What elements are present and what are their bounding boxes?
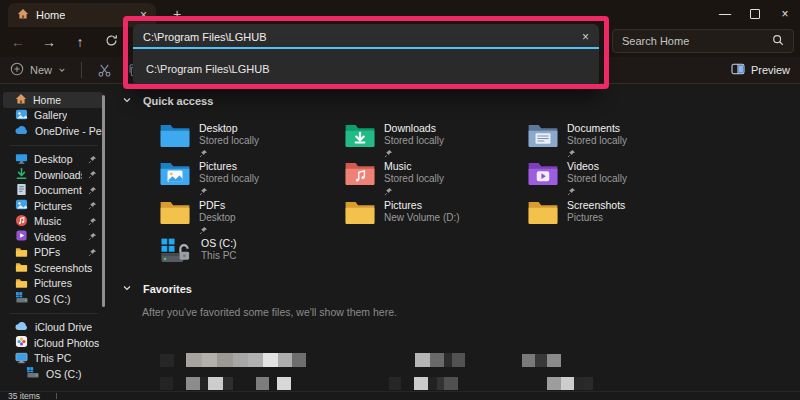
pin-icon	[88, 170, 103, 179]
preview-toggle[interactable]: Preview	[731, 63, 790, 77]
music-icon	[15, 214, 28, 229]
sidebar-item-onedrive-personal[interactable]: OneDrive - Personal	[3, 123, 103, 139]
clear-address-icon[interactable]: ×	[582, 30, 589, 44]
quick-access-item-documents[interactable]: DocumentsStored locally	[528, 122, 704, 158]
folder-icon	[15, 245, 28, 260]
sidebar-item-pictures[interactable]: Pictures	[3, 198, 103, 214]
pictures-icon	[15, 198, 28, 213]
redacted-block	[292, 353, 306, 367]
section-title: Quick access	[143, 95, 213, 107]
item-subtitle: Stored locally	[384, 173, 444, 185]
new-tab-button[interactable]: +	[167, 4, 187, 24]
redacted-block	[415, 353, 430, 367]
address-suggestion-item[interactable]: C:\Program Files\LGHUB	[137, 57, 595, 81]
item-count: 35 items	[8, 391, 40, 400]
item-subtitle: Stored locally	[567, 173, 627, 185]
sidebar-item-this-pc[interactable]: This PC	[3, 351, 103, 367]
sidebar-item-label: Videos	[34, 231, 66, 243]
cut-icon[interactable]	[97, 63, 112, 78]
explorer-tab-home[interactable]: Home ×	[8, 3, 156, 27]
quick-access-item-os-c-[interactable]: OS (C:)This PC	[160, 237, 336, 265]
sidebar-item-label: Music	[34, 215, 61, 227]
icloud-photos-icon	[15, 335, 28, 350]
sidebar-item-icloud-drive[interactable]: iCloud Drive	[3, 320, 103, 336]
pin-icon	[199, 149, 259, 158]
quick-access-item-music[interactable]: MusicStored locally	[345, 160, 521, 196]
quick-access-item-pictures[interactable]: PicturesNew Volume (D:)	[345, 199, 521, 225]
redacted-block	[202, 353, 217, 367]
back-button[interactable]: ←	[4, 27, 32, 57]
quick-access-header[interactable]: Quick access	[122, 95, 213, 107]
chevron-down-icon[interactable]	[122, 95, 132, 107]
redacted-block	[414, 377, 428, 390]
sidebar-item-icloud-photos[interactable]: iCloud Photos	[3, 335, 103, 351]
redacted-block	[208, 377, 223, 390]
sidebar-scrollbar[interactable]	[102, 95, 105, 307]
sidebar-item-videos[interactable]: Videos	[3, 229, 103, 245]
sidebar-item-pdfs[interactable]: PDFs	[3, 245, 103, 261]
favorites-header[interactable]: Favorites	[122, 283, 192, 295]
pin-icon	[88, 155, 103, 164]
refresh-button[interactable]	[97, 27, 125, 57]
quick-access-item-videos[interactable]: VideosStored locally	[528, 160, 704, 196]
folder-documents-icon	[528, 122, 558, 158]
folder-videos-icon	[528, 160, 558, 196]
up-button[interactable]: ↑	[66, 27, 94, 57]
sidebar-item-documents[interactable]: Documents	[3, 183, 103, 199]
desktop-icon	[15, 152, 28, 167]
sidebar-item-screenshots[interactable]: Screenshots	[3, 260, 103, 276]
pin-icon	[88, 186, 103, 195]
redacted-block	[452, 353, 465, 367]
tab-close-icon[interactable]: ×	[140, 9, 147, 21]
downloads-icon	[15, 167, 28, 182]
address-underline	[133, 47, 599, 49]
search-input[interactable]	[622, 35, 772, 47]
item-name: Downloads	[384, 122, 444, 134]
sidebar-item-label: Gallery	[34, 109, 67, 121]
refresh-icon	[105, 34, 118, 50]
new-button[interactable]: New	[10, 62, 66, 78]
sidebar-item-os-c-[interactable]: OS (C:)	[3, 366, 103, 382]
search-box[interactable]	[612, 29, 794, 53]
item-name: PDFs	[199, 199, 236, 211]
folder-plain-icon	[345, 199, 375, 225]
sidebar-item-os-c-[interactable]: OS (C:)	[3, 291, 103, 307]
maximize-icon	[750, 9, 760, 19]
quick-access-item-screenshots[interactable]: ScreenshotsPictures	[528, 199, 704, 225]
sidebar-item-desktop[interactable]: Desktop	[3, 152, 103, 168]
folder-plain-icon	[528, 199, 558, 225]
maximize-button[interactable]	[740, 0, 770, 27]
redacted-block	[223, 377, 233, 390]
minimize-button[interactable]: —	[710, 0, 740, 27]
home-icon	[15, 93, 27, 107]
quick-access-item-desktop[interactable]: DesktopStored locally	[160, 122, 336, 158]
sidebar-item-gallery[interactable]: Gallery	[3, 108, 103, 124]
sidebar-separator	[10, 145, 98, 146]
address-bar[interactable]: ×	[133, 24, 599, 49]
sidebar-item-pictures[interactable]: Pictures	[3, 276, 103, 292]
item-subtitle: Pictures	[567, 212, 625, 224]
chevron-down-icon[interactable]	[122, 283, 132, 295]
drive-icon	[26, 366, 40, 381]
redacted-block	[444, 353, 452, 367]
sidebar-item-downloads[interactable]: Downloads	[3, 167, 103, 183]
quick-access-item-downloads[interactable]: DownloadsStored locally	[345, 122, 521, 158]
quick-access-item-pictures[interactable]: PicturesStored locally	[160, 160, 336, 196]
quick-access-item-pdfs[interactable]: PDFsDesktop	[160, 199, 336, 235]
sidebar-item-label: Desktop	[34, 153, 73, 165]
sidebar-item-label: This PC	[34, 352, 71, 364]
forward-button[interactable]: →	[35, 27, 63, 57]
item-name: Pictures	[384, 199, 460, 211]
sidebar-item-label: Screenshots	[34, 262, 92, 274]
status-divider	[56, 393, 57, 399]
item-subtitle: Stored locally	[567, 135, 627, 147]
folder-icon	[15, 260, 28, 275]
sidebar-item-home[interactable]: Home	[3, 92, 103, 108]
close-button[interactable]: ×	[770, 0, 800, 27]
redacted-block	[200, 377, 208, 390]
item-subtitle: This PC	[201, 250, 237, 262]
folder-plain-icon	[160, 199, 190, 235]
sidebar-item-music[interactable]: Music	[3, 214, 103, 230]
address-input[interactable]	[143, 31, 576, 43]
sidebar-item-label: Pictures	[34, 277, 72, 289]
